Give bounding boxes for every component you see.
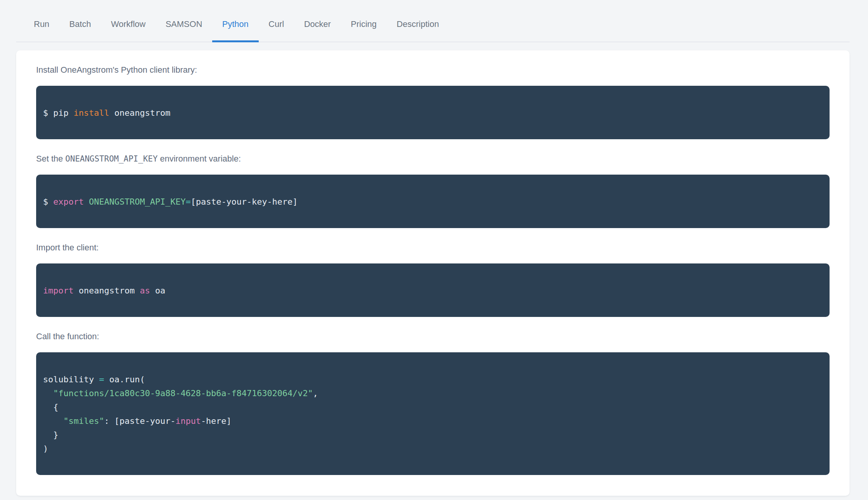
code-token: = — [99, 375, 104, 384]
code-token — [43, 416, 63, 426]
tab-batch[interactable]: Batch — [59, 0, 101, 42]
section-label: Install OneAngstrom's Python client libr… — [36, 64, 830, 76]
section-label: Call the function: — [36, 331, 830, 342]
code-token: oneangstrom — [109, 108, 170, 118]
code-token: $ pip — [43, 108, 73, 118]
tab-python[interactable]: Python — [212, 0, 259, 42]
code-token: oa.run( — [104, 375, 145, 384]
inline-code: ONEANGSTROM_API_KEY — [65, 154, 158, 163]
code-token: input — [175, 416, 201, 426]
tab-description[interactable]: Description — [387, 0, 449, 42]
label-text: Import the client: — [36, 243, 99, 252]
code-token — [43, 388, 53, 398]
code-block: import oneangstrom as oa — [36, 263, 830, 317]
code-block: $ pip install oneangstrom — [36, 86, 830, 139]
code-token: : [paste-your- — [104, 416, 175, 426]
code-token: install — [73, 108, 109, 118]
tab-bar: RunBatchWorkflowSAMSONPythonCurlDockerPr… — [16, 0, 850, 42]
code-token: , — [313, 388, 318, 398]
content-card: Install OneAngstrom's Python client libr… — [16, 50, 850, 496]
label-text: environment variable: — [158, 154, 241, 163]
label-text: Call the function: — [36, 332, 99, 341]
code-token: ) — [43, 444, 48, 453]
tab-docker[interactable]: Docker — [294, 0, 341, 42]
doc-section-import: Import the client: import oneangstrom as… — [36, 242, 830, 317]
code-token: oneangstrom — [73, 286, 140, 295]
code-block: solubility = oa.run( "functions/1ca80c30… — [36, 352, 830, 475]
doc-section-call: Call the function: solubility = oa.run( … — [36, 331, 830, 475]
doc-section-api-key: Set the ONEANGSTROM_API_KEY environment … — [36, 153, 830, 228]
code-token: "smiles" — [63, 416, 104, 426]
code-token: } — [43, 430, 58, 440]
section-label: Import the client: — [36, 242, 830, 253]
doc-section-install: Install OneAngstrom's Python client libr… — [36, 64, 830, 139]
code-token: = — [186, 197, 191, 207]
code-token: -here] — [201, 416, 231, 426]
code-token: oa — [150, 286, 165, 295]
code-block: $ export ONEANGSTROM_API_KEY=[paste-your… — [36, 175, 830, 228]
tab-samson[interactable]: SAMSON — [156, 0, 212, 42]
code-token: import — [43, 286, 73, 295]
tab-run[interactable]: Run — [24, 0, 59, 42]
code-token: ONEANGSTROM_API_KEY — [89, 197, 186, 207]
code-token: [paste-your-key-here] — [191, 197, 298, 207]
code-token: as — [140, 286, 150, 295]
code-token: $ — [43, 197, 53, 207]
tab-pricing[interactable]: Pricing — [341, 0, 387, 42]
section-label: Set the ONEANGSTROM_API_KEY environment … — [36, 153, 830, 165]
code-token — [84, 197, 89, 207]
code-token: solubility — [43, 375, 99, 384]
code-token: export — [53, 197, 84, 207]
label-text: Install OneAngstrom's Python client libr… — [36, 65, 197, 75]
tab-workflow[interactable]: Workflow — [101, 0, 156, 42]
tab-curl[interactable]: Curl — [259, 0, 294, 42]
label-text: Set the — [36, 154, 65, 163]
code-token: "functions/1ca80c30-9a88-4628-bb6a-f8471… — [53, 388, 313, 398]
code-token: { — [43, 402, 58, 412]
